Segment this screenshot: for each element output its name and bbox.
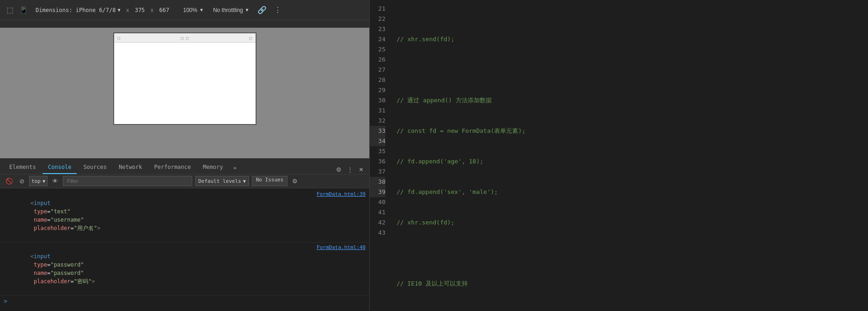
console-line-source-1[interactable]: FormData.html:39 bbox=[317, 191, 366, 199]
tabs-more-button[interactable]: » bbox=[229, 162, 240, 174]
no-issues-button[interactable]: No Issues bbox=[252, 176, 288, 186]
line-num-25: 25 bbox=[370, 44, 385, 55]
preview-area: □ □ □ □ bbox=[0, 28, 369, 158]
code-line-21: // xhr.send(fd); bbox=[397, 34, 868, 44]
zoom-dropdown-icon: ▼ bbox=[199, 7, 204, 12]
devtools-tabs: Elements Console Sources Network Perform… bbox=[0, 158, 369, 174]
clear-console-button[interactable]: 🚫 bbox=[4, 177, 15, 186]
tab-network[interactable]: Network bbox=[113, 161, 148, 174]
line-num-29: 29 bbox=[370, 85, 385, 95]
line-num-21: 21 bbox=[370, 4, 385, 14]
code-editor-panel: 21 22 23 24 25 26 27 28 29 30 31 32 33 3… bbox=[370, 0, 868, 311]
console-line-1: <input type="text" name="username" place… bbox=[0, 189, 369, 243]
tab-sources[interactable]: Sources bbox=[78, 161, 112, 174]
code-line-29: // IE10 及以上可以支持 bbox=[397, 279, 868, 289]
code-line-27: // xhr.send(fd); bbox=[397, 218, 868, 228]
line-num-22: 22 bbox=[370, 14, 385, 24]
network-conditions-icon[interactable]: 🔗 bbox=[256, 4, 269, 16]
device-dropdown-icon: ▼ bbox=[117, 7, 120, 12]
code-line-22 bbox=[397, 65, 868, 75]
console-line-source-2[interactable]: FormData.html:40 bbox=[317, 244, 366, 252]
device-toggle-button[interactable]: 📱 bbox=[17, 4, 30, 16]
line-num-35: 35 bbox=[370, 146, 385, 156]
tab-memory[interactable]: Memory bbox=[197, 161, 228, 174]
top-toolbar: ⬚ 📱 Dimensions: iPhone 6/7/8 ▼ x 375 x 6… bbox=[0, 0, 369, 20]
line-num-28: 28 bbox=[370, 75, 385, 85]
line-num-43: 43 bbox=[370, 228, 385, 238]
code-line-26: // fd.append('sex', 'male'); bbox=[397, 187, 868, 197]
line-num-39: 39 bbox=[370, 187, 385, 197]
console-line-content-1: <input type="text" name="username" place… bbox=[4, 191, 313, 241]
line-num-36: 36 bbox=[370, 156, 385, 167]
tab-performance[interactable]: Performance bbox=[149, 161, 196, 174]
throttle-dropdown-button[interactable]: No throttling ▼ bbox=[210, 6, 252, 14]
line-num-32: 32 bbox=[370, 116, 385, 126]
code-line-28 bbox=[397, 248, 868, 258]
line-num-33: 33 bbox=[370, 126, 385, 136]
context-dropdown-icon: ▼ bbox=[43, 179, 45, 184]
console-prompt[interactable]: > bbox=[0, 296, 369, 306]
eye-icon[interactable]: 👁 bbox=[50, 177, 60, 186]
code-line-23: // 通过 append() 方法添加数据 bbox=[397, 95, 868, 106]
context-selector[interactable]: top ▼ bbox=[29, 176, 48, 186]
line-num-31: 31 bbox=[370, 106, 385, 116]
block-icon[interactable]: ⊘ bbox=[18, 177, 26, 186]
line-num-27: 27 bbox=[370, 65, 385, 75]
preview-content bbox=[114, 43, 256, 124]
code-content: // xhr.send(fd); // 通过 append() 方法添加数据 /… bbox=[397, 4, 868, 311]
console-content: <input type="text" name="username" place… bbox=[0, 188, 369, 311]
line-num-37: 37 bbox=[370, 167, 385, 177]
code-line-30 bbox=[397, 309, 868, 311]
line-num-34: 34 bbox=[370, 136, 385, 146]
console-line-content-2: <input type="password" name="password" p… bbox=[4, 244, 313, 294]
throttle-dropdown-icon: ▼ bbox=[245, 7, 250, 12]
devtools-left-icons: ⬚ 📱 bbox=[5, 4, 30, 16]
tab-elements[interactable]: Elements bbox=[4, 161, 42, 174]
inspect-element-button[interactable]: ⬚ bbox=[5, 4, 15, 16]
log-levels-dropdown[interactable]: Default levels ▼ bbox=[195, 176, 249, 186]
zoom-dropdown-button[interactable]: 100% ▼ bbox=[180, 6, 207, 14]
line-numbers: 21 22 23 24 25 26 27 28 29 30 31 32 33 3… bbox=[370, 0, 393, 311]
tab-console[interactable]: Console bbox=[43, 161, 77, 174]
device-name-label: Dimensions: iPhone 6/7/8 ▼ bbox=[36, 7, 120, 13]
line-num-38: 38 bbox=[370, 177, 385, 187]
ruler-area bbox=[0, 20, 369, 28]
settings-icon[interactable]: ⚙ bbox=[334, 165, 343, 174]
console-filter-input[interactable] bbox=[63, 176, 192, 186]
console-line-2: <input type="password" name="password" p… bbox=[0, 243, 369, 296]
log-levels-dropdown-icon: ▼ bbox=[243, 179, 246, 184]
width-value: 375 bbox=[135, 7, 145, 13]
dimension-separator2: x bbox=[150, 7, 153, 13]
close-devtools-button[interactable]: ✕ bbox=[357, 165, 366, 174]
dimension-separator: x bbox=[126, 7, 129, 13]
console-settings-icon[interactable]: ⚙ bbox=[290, 177, 300, 186]
phone-preview: □ □ □ □ bbox=[113, 32, 257, 125]
tabs-right-icons: ⚙ ⋮ ✕ bbox=[334, 165, 366, 174]
height-value: 667 bbox=[159, 7, 170, 13]
line-num-23: 23 bbox=[370, 24, 385, 34]
line-num-30: 30 bbox=[370, 95, 385, 106]
line-num-42: 42 bbox=[370, 218, 385, 228]
more-options-button[interactable]: ⋮ bbox=[272, 4, 283, 16]
devtools-panel: ⬚ 📱 Dimensions: iPhone 6/7/8 ▼ x 375 x 6… bbox=[0, 0, 370, 311]
line-num-24: 24 bbox=[370, 34, 385, 44]
line-num-41: 41 bbox=[370, 207, 385, 218]
more-tabs-icon[interactable]: ⋮ bbox=[345, 165, 355, 174]
console-toolbar: 🚫 ⊘ top ▼ 👁 Default levels ▼ No Issues ⚙ bbox=[0, 174, 369, 188]
line-num-26: 26 bbox=[370, 55, 385, 65]
code-line-25: // fd.append('age', 18); bbox=[397, 156, 868, 167]
code-line-24: // const fd = new FormData(表单元素); bbox=[397, 126, 868, 136]
preview-topbar: □ □ □ □ bbox=[114, 33, 256, 43]
line-num-40: 40 bbox=[370, 197, 385, 207]
